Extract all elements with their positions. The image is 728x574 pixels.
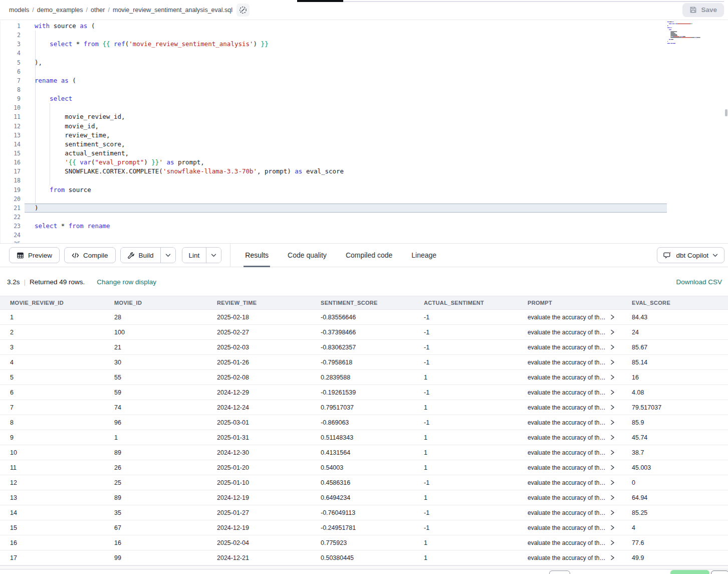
expand-prompt-button[interactable] [607,525,615,530]
cell-sentiment_score: 0.4131564 [311,449,414,456]
save-button[interactable]: Save [682,3,724,17]
cell-sentiment_score: 0.51148343 [311,434,414,441]
horizontal-scrollbar[interactable] [0,565,728,569]
expand-prompt-button[interactable] [607,390,615,395]
cell-sentiment_score: -0.37398466 [311,329,414,336]
cell-review_time: 2025-01-27 [207,509,311,516]
tab-code-quality[interactable]: Code quality [286,243,328,267]
code-text: review_time, [35,131,110,140]
expand-prompt-button[interactable] [607,329,615,335]
breadcrumb-item[interactable]: other [91,7,105,14]
compile-label: Compile [83,252,108,259]
cell-actual_sentiment: -1 [414,344,518,351]
chevron-right-icon [610,405,615,410]
cell-movie_review_id: 3 [0,344,104,351]
expand-prompt-button[interactable] [607,540,615,545]
code-line-19[interactable]: 19 from source [1,185,728,195]
editor-minimap[interactable] [667,22,716,49]
build-button[interactable]: Build [121,248,160,263]
code-line-3[interactable]: 3 select * from {{ ref('movie_review_sen… [1,40,728,49]
expand-prompt-button[interactable] [607,374,615,380]
cell-eval_score: 45.74 [622,434,728,441]
editor-toolbar: Preview Compile Build Lint [0,243,728,267]
expand-prompt-button[interactable] [607,555,615,560]
table-row: 912025-01-310.511483431evaluate the accu… [0,430,728,445]
tab-lineage[interactable]: Lineage [410,243,438,267]
cell-review_time: 2025-02-08 [207,374,311,381]
compile-button[interactable]: Compile [64,247,116,263]
build-dropdown-button[interactable] [160,248,175,263]
expand-prompt-button[interactable] [607,465,615,470]
code-line-9[interactable]: 9 select [1,94,728,103]
code-line-13[interactable]: 13 review_time, [1,131,728,140]
breadcrumb-item[interactable]: models [9,7,29,14]
table-icon [17,252,24,259]
save-label: Save [701,6,717,14]
breadcrumb-item[interactable]: movie_review_sentiment_analysis_eval.sql [113,7,232,14]
chevron-right-icon [610,510,615,515]
tab-results[interactable]: Results [244,243,270,267]
expand-prompt-button[interactable] [607,314,615,320]
cell-sentiment_score: 0.775923 [311,539,414,546]
bottom-partial-button[interactable] [711,570,728,574]
code-line-2[interactable]: 2 [1,31,728,40]
line-number: 14 [1,140,21,149]
cell-review_time: 2025-02-03 [207,344,311,351]
build-split-button: Build [120,247,176,263]
code-line-8[interactable]: 8 [1,85,728,94]
code-line-1[interactable]: 1with source as ( [1,22,728,31]
expand-prompt-button[interactable] [607,435,615,440]
code-line-4[interactable]: 4 [1,49,728,58]
expand-prompt-button[interactable] [607,420,615,425]
expand-prompt-button[interactable] [607,450,615,455]
cell-actual_sentiment: 1 [414,449,518,456]
code-line-21[interactable]: 21) [1,204,728,213]
cell-actual_sentiment: -1 [414,359,518,366]
expand-prompt-button[interactable] [607,495,615,500]
cell-movie_review_id: 17 [0,554,104,561]
code-line-16[interactable]: 16 '{{ var("eval_prompt") }}' as prompt, [1,158,728,167]
expand-prompt-button[interactable] [607,344,615,350]
line-number: 5 [1,58,21,67]
code-line-7[interactable]: 7rename as ( [1,76,728,85]
expand-prompt-button[interactable] [607,510,615,515]
code-line-5[interactable]: 5), [1,58,728,67]
breadcrumb-item[interactable]: demo_examples [37,7,83,14]
code-line-10[interactable]: 10 [1,103,728,112]
dashed-circle-slash-icon [239,6,247,14]
cell-movie_id: 100 [104,329,207,336]
expand-prompt-button[interactable] [607,405,615,410]
download-csv-link[interactable]: Download CSV [676,278,722,286]
expand-prompt-button[interactable] [607,480,615,485]
code-line-12[interactable]: 12 movie_id, [1,122,728,131]
code-line-11[interactable]: 11 movie_review_id, [1,112,728,121]
code-text: SNOWFLAKE.CORTEX.COMPLETE('snowflake-lla… [35,167,344,176]
code-line-22[interactable]: 22 [1,213,728,222]
cell-sentiment_score: -0.869063 [311,419,414,426]
bottom-partial-green-button[interactable] [670,570,709,574]
model-state-icon-button[interactable] [236,4,250,17]
code-line-14[interactable]: 14 sentiment_score, [1,140,728,149]
lint-button[interactable]: Lint [182,248,206,263]
change-row-display-link[interactable]: Change row display [97,278,156,286]
editor-scrollbar-thumb[interactable] [725,109,727,116]
code-line-18[interactable]: 18 [1,176,728,185]
lint-dropdown-button[interactable] [206,248,221,263]
code-line-24[interactable]: 24 [1,231,728,240]
cell-eval_score: 38.7 [622,449,728,456]
cell-movie_id: 16 [104,539,207,546]
bottom-partial-button[interactable] [549,570,570,574]
code-line-15[interactable]: 15 actual_sentiment, [1,149,728,158]
tab-compiled-code[interactable]: Compiled code [344,243,394,267]
dbt-copilot-button[interactable]: dbt Copilot [657,247,724,263]
code-line-17[interactable]: 17 SNOWFLAKE.CORTEX.COMPLETE('snowflake-… [1,167,728,176]
code-line-25[interactable]: 25 [1,240,728,243]
table-row: 7742024-12-240.795170371evaluate the acc… [0,400,728,415]
code-line-20[interactable]: 20 [1,195,728,204]
code-line-6[interactable]: 6 [1,67,728,76]
code-editor[interactable]: 1with source as (23 select * from {{ ref… [0,21,728,243]
cell-review_time: 2025-01-26 [207,359,311,366]
code-line-23[interactable]: 23select * from rename [1,222,728,231]
preview-button[interactable]: Preview [9,247,60,263]
expand-prompt-button[interactable] [607,359,615,365]
